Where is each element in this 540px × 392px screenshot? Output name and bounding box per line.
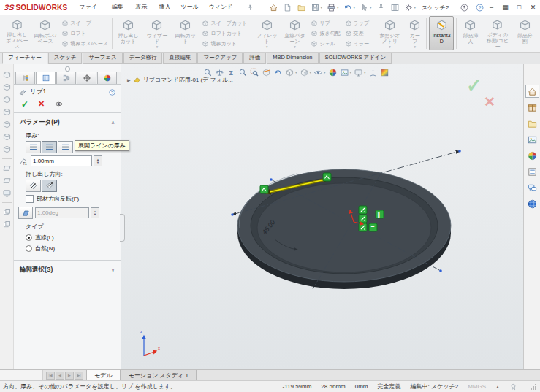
tab-nav-1[interactable]: ◀ <box>56 372 64 380</box>
edit-appearance-button[interactable] <box>328 68 338 77</box>
panel-resize-grip[interactable] <box>120 214 125 242</box>
draft-spinner[interactable]: ▲▼ <box>91 207 99 218</box>
dropdown-caret-icon[interactable]: ▾ <box>156 45 159 49</box>
ribbon-button-wrap[interactable]: ラップ <box>343 18 371 28</box>
coincident-relation-badge[interactable] <box>260 185 268 193</box>
configuration-manager-tab[interactable] <box>56 72 76 84</box>
left-toolbar-plane-button[interactable] <box>2 176 12 185</box>
apply-scene-button[interactable]: ▾ <box>340 68 352 77</box>
select-button[interactable]: ▾ <box>358 2 373 13</box>
ribbon-button-extruded-cut[interactable]: 押し出しカット <box>115 16 142 50</box>
tab-nav-0[interactable]: |◀ <box>46 372 55 380</box>
zoom-area-button[interactable] <box>250 68 259 77</box>
menu-item-3[interactable]: 挿入(I) <box>154 0 176 15</box>
file-explorer-tab[interactable] <box>525 117 539 130</box>
left-toolbar-cube-button[interactable] <box>2 95 12 104</box>
ribbon-button-mirror[interactable]: ミラー <box>343 39 371 48</box>
ok-button[interactable]: ✓ <box>21 100 28 109</box>
command-tab-7[interactable]: MBD Dimension <box>267 53 318 64</box>
feature-manager-tab[interactable] <box>15 72 35 84</box>
radio-natural[interactable] <box>26 245 32 252</box>
normal-to-sketch-button[interactable] <box>42 180 57 192</box>
ribbon-button-curves[interactable]: カーブ▾ <box>406 16 425 50</box>
unit-system-caret-icon[interactable]: ▲ <box>495 385 500 389</box>
undo-button[interactable]: ▾ <box>342 2 357 13</box>
design-library-tab[interactable] <box>525 101 539 114</box>
minimize-button[interactable]: – <box>484 0 498 15</box>
relation-badge[interactable] <box>359 206 367 214</box>
type-radio-linear[interactable]: 直線(L) <box>26 232 121 243</box>
ribbon-button-revolved-cut[interactable]: 回転カット <box>172 16 199 50</box>
coincident-relation-badge[interactable] <box>323 173 331 181</box>
dropdown-caret-icon[interactable]: ▾ <box>389 45 391 49</box>
model-canvas[interactable]: 45.00 <box>121 64 523 369</box>
print-button[interactable]: ▾ <box>325 2 341 13</box>
left-toolbar-monitor-button[interactable] <box>2 188 12 198</box>
ribbon-button-boss-extrude[interactable]: 押し出しボス/ベース <box>4 16 31 50</box>
thickness-first-side-button[interactable] <box>26 141 41 153</box>
expand-tree-icon[interactable]: ▶ <box>127 77 131 82</box>
gradient-background-button[interactable] <box>380 68 389 77</box>
zoom-fit-button[interactable] <box>238 68 248 77</box>
ribbon-button-hole-wizard[interactable]: ウィザード▾ <box>143 16 170 50</box>
parallel-relation-badge[interactable]: ∥ <box>376 210 384 219</box>
menu-pin-icon[interactable] <box>246 4 254 12</box>
left-toolbar-plane-button[interactable] <box>2 164 12 173</box>
type-radio-natural[interactable]: 自然(N) <box>26 243 121 254</box>
left-toolbar-copy-button[interactable] <box>2 207 12 217</box>
command-tab-1[interactable]: スケッチ <box>48 53 83 64</box>
draft-angle-input[interactable] <box>35 207 89 218</box>
left-toolbar-cube-button[interactable] <box>2 120 12 129</box>
thickness-second-side-button[interactable] <box>58 141 73 153</box>
command-tab-3[interactable]: データ移行 <box>123 53 163 64</box>
ribbon-button-sweep[interactable]: スイープ <box>60 18 110 28</box>
selected-contours-section-header[interactable]: 輪郭選択(S) ∨ <box>14 261 121 277</box>
relation-badge[interactable] <box>359 223 367 231</box>
ribbon-button-linear-pattern[interactable]: 直線パターン▾ <box>281 16 308 50</box>
help-icon[interactable]: ? <box>475 3 484 12</box>
user-account-icon[interactable] <box>460 3 469 12</box>
menu-item-4[interactable]: ツール(T) <box>176 0 204 15</box>
open-document-button[interactable] <box>295 2 308 13</box>
panel-collapse-knob[interactable] <box>65 66 70 72</box>
tab-nav-3[interactable]: ▶| <box>75 372 83 380</box>
menu-item-0[interactable]: ファイル(F) <box>75 0 107 15</box>
parallel-to-sketch-button[interactable] <box>26 180 41 192</box>
menu-item-5[interactable]: ウィンドウ(W) <box>205 0 243 15</box>
menu-item-2[interactable]: 表示(V) <box>131 0 154 15</box>
section-view-button[interactable] <box>262 68 271 77</box>
confirm-cancel-button[interactable]: ✕ <box>484 93 495 110</box>
resize-grip[interactable] <box>530 383 537 391</box>
display-manager-tab[interactable] <box>97 72 117 84</box>
ribbon-button-instant3d[interactable]: Instant3D <box>429 16 454 50</box>
ribbon-button-shell[interactable]: シェル <box>309 39 341 48</box>
ribbon-button-intersect[interactable]: 交差 <box>343 28 371 38</box>
view-palette-tab[interactable] <box>525 133 539 146</box>
draft-on-off-button[interactable] <box>18 207 33 219</box>
tab-nav-2[interactable]: ▶ <box>65 372 74 380</box>
interface-layout-button[interactable]: ▦ <box>498 0 512 15</box>
preview-eye-button[interactable] <box>54 99 64 109</box>
view-orientation-button[interactable]: ▾ <box>285 68 297 77</box>
ribbon-button-split-part[interactable]: 部品分割 <box>513 16 536 50</box>
left-toolbar-cube-button[interactable] <box>2 70 12 80</box>
options-button[interactable]: ▾ <box>403 2 418 13</box>
3d-drawing-view-button[interactable] <box>368 68 378 77</box>
thickness-both-sides-button[interactable] <box>42 141 57 153</box>
new-document-button[interactable] <box>281 2 294 13</box>
left-toolbar-cube-button[interactable] <box>2 82 12 92</box>
left-toolbar-cube-button[interactable] <box>2 145 12 154</box>
property-manager-tab[interactable] <box>36 72 56 84</box>
left-toolbar-copy-button[interactable] <box>2 220 12 229</box>
solidworks-resources-tab[interactable] <box>525 85 539 98</box>
tag-icon[interactable] <box>509 383 517 391</box>
dropdown-caret-icon[interactable]: ▾ <box>414 45 416 49</box>
graphics-area[interactable]: 45.00 <box>121 64 523 369</box>
hide-show-items-button[interactable]: ▾ <box>313 68 326 77</box>
menu-item-1[interactable]: 編集(E) <box>107 0 131 15</box>
ribbon-button-move-copy-body[interactable]: ボディの移動/コピー <box>483 16 512 50</box>
command-tab-5[interactable]: マークアップ <box>197 53 243 64</box>
left-toolbar-cube-button[interactable] <box>2 107 12 117</box>
ribbon-button-lofted-cut[interactable]: ロフトカット <box>200 28 248 38</box>
study-tab-0[interactable]: モデル <box>86 370 121 380</box>
